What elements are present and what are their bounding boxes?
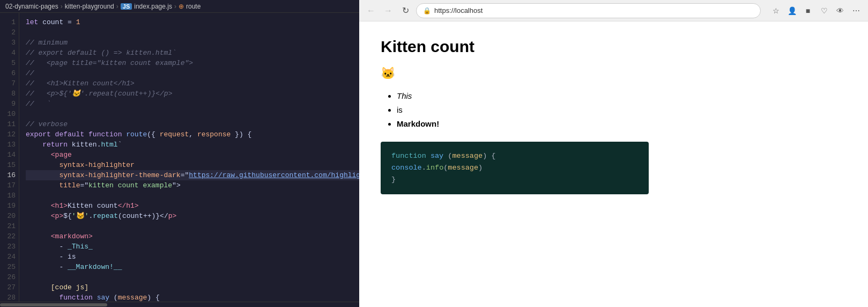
code-block-line-2: console.info(message) bbox=[391, 162, 638, 174]
ln-2: 2 bbox=[5, 27, 16, 38]
code-line-10 bbox=[26, 109, 359, 119]
code-line-24: - is bbox=[26, 252, 359, 262]
browser-toolbar: ← → ↻ 🔒 https://localhost ☆ 👤 ■ ♡ 👁 ⋯ bbox=[359, 0, 868, 21]
ln-4: 4 bbox=[5, 48, 16, 58]
ln-25: 25 bbox=[5, 262, 16, 272]
list-item-2: is bbox=[397, 103, 847, 117]
back-button[interactable]: ← bbox=[365, 4, 377, 17]
browser-content: Kitten count 🐱 This is Markdown! functio… bbox=[359, 21, 868, 307]
code-line-25: - __Markdown!__ bbox=[26, 262, 359, 272]
ln-28: 28 bbox=[5, 293, 16, 302]
code-line-19: <h1>Kitten count</h1> bbox=[26, 201, 359, 211]
breadcrumb-file: index.page.js bbox=[134, 3, 172, 10]
cat-emoji: 🐱 bbox=[381, 67, 847, 81]
code-line-22: <markdown> bbox=[26, 231, 359, 242]
code-line-6: // bbox=[26, 68, 359, 78]
ln-14: 14 bbox=[5, 150, 16, 160]
profile-button[interactable]: 👤 bbox=[785, 4, 798, 17]
ln-3: 3 bbox=[5, 38, 16, 48]
breadcrumb-route-icon: ⊕ bbox=[179, 3, 184, 10]
code-line-11: // verbose bbox=[26, 119, 359, 129]
code-content[interactable]: let count = 1 // minimum // export defau… bbox=[19, 13, 359, 302]
ln-7: 7 bbox=[5, 78, 16, 89]
code-line-3: // minimum bbox=[26, 38, 359, 48]
list-item-1: This bbox=[397, 89, 847, 103]
code-line-14: <page bbox=[26, 150, 359, 160]
ln-21: 21 bbox=[5, 221, 16, 231]
code-line-15: syntax-highlighter bbox=[26, 160, 359, 170]
code-line-12: export default function route({ request,… bbox=[26, 129, 359, 140]
collections-button[interactable]: 👁 bbox=[834, 4, 847, 17]
reload-button[interactable]: ↻ bbox=[399, 4, 412, 17]
code-line-13: return kitten.html` bbox=[26, 140, 359, 150]
ln-20: 20 bbox=[5, 211, 16, 221]
ln-11: 11 bbox=[5, 119, 16, 129]
ln-10: 10 bbox=[5, 109, 16, 119]
list-item-3-text: Markdown! bbox=[397, 119, 439, 128]
breadcrumb: 02-dynamic-pages › kitten-playground › J… bbox=[0, 0, 359, 13]
breadcrumb-folder: 02-dynamic-pages bbox=[5, 3, 58, 10]
ln-16: 16 bbox=[5, 170, 16, 180]
ln-1: 1 bbox=[5, 17, 16, 27]
ln-23: 23 bbox=[5, 242, 16, 252]
ln-6: 6 bbox=[5, 68, 16, 78]
url-text: https://localhost bbox=[434, 6, 483, 14]
breadcrumb-sep1: › bbox=[61, 3, 63, 10]
markdown-list: This is Markdown! bbox=[397, 89, 847, 131]
breadcrumb-js-label: JS bbox=[121, 3, 132, 10]
ln-15: 15 bbox=[5, 160, 16, 170]
code-line-18 bbox=[26, 191, 359, 201]
extensions-button[interactable]: ■ bbox=[802, 4, 814, 17]
ln-27: 27 bbox=[5, 282, 16, 293]
address-bar[interactable]: 🔒 https://localhost bbox=[416, 3, 761, 18]
code-line-8: // <p>${'🐱'.repeat(count++)}</p> bbox=[26, 89, 359, 99]
code-line-7: // <h1>Kitten count</h1> bbox=[26, 78, 359, 89]
favorites-button[interactable]: ♡ bbox=[818, 4, 830, 17]
code-line-16: syntax-highlighter-theme-dark="https://r… bbox=[26, 170, 359, 180]
code-line-27: [code js] bbox=[26, 282, 359, 293]
code-area: 1 2 3 4 5 6 7 8 9 10 11 12 13 14 15 16 1… bbox=[0, 13, 359, 302]
list-item-1-text: This bbox=[397, 91, 412, 100]
lock-icon: 🔒 bbox=[423, 7, 431, 14]
code-line-5: // <page title="kitten count example"> bbox=[26, 58, 359, 68]
breadcrumb-route: route bbox=[186, 3, 201, 10]
code-line-17: title="kitten count example"> bbox=[26, 180, 359, 191]
ln-17: 17 bbox=[5, 180, 16, 191]
ln-24: 24 bbox=[5, 252, 16, 262]
ln-5: 5 bbox=[5, 58, 16, 68]
code-line-9: // ` bbox=[26, 99, 359, 109]
code-line-20: <p>${'🐱'.repeat(count++)}</p> bbox=[26, 211, 359, 221]
ln-12: 12 bbox=[5, 129, 16, 140]
code-block-line-1: function say (message) { bbox=[391, 150, 638, 162]
ln-8: 8 bbox=[5, 89, 16, 99]
ln-9: 9 bbox=[5, 99, 16, 109]
editor-scrollbar[interactable] bbox=[0, 302, 359, 307]
list-item-3: Markdown! bbox=[397, 117, 847, 131]
ln-22: 22 bbox=[5, 231, 16, 242]
breadcrumb-sep2: › bbox=[116, 3, 118, 10]
bookmark-button[interactable]: ☆ bbox=[769, 4, 782, 17]
list-item-2-text: is bbox=[397, 105, 403, 114]
code-line-21 bbox=[26, 221, 359, 231]
code-block-line-3: } bbox=[391, 174, 638, 186]
ln-18: 18 bbox=[5, 191, 16, 201]
line-numbers: 1 2 3 4 5 6 7 8 9 10 11 12 13 14 15 16 1… bbox=[0, 13, 19, 302]
code-line-1: let count = 1 bbox=[26, 17, 359, 27]
forward-button[interactable]: → bbox=[382, 4, 395, 17]
code-line-26 bbox=[26, 272, 359, 282]
editor-panel: 02-dynamic-pages › kitten-playground › J… bbox=[0, 0, 359, 307]
editor-scrollbar-thumb[interactable] bbox=[0, 303, 107, 306]
code-line-28: function say (message) { bbox=[26, 293, 359, 302]
browser-actions: ☆ 👤 ■ ♡ 👁 ⋯ bbox=[769, 4, 863, 17]
settings-button[interactable]: ⋯ bbox=[850, 4, 863, 17]
breadcrumb-sep3: › bbox=[174, 3, 176, 10]
code-line-4: // export default () => kitten.html` bbox=[26, 48, 359, 58]
breadcrumb-subfolder: kitten-playground bbox=[65, 3, 114, 10]
code-block: function say (message) { console.info(me… bbox=[381, 142, 649, 194]
ln-19: 19 bbox=[5, 201, 16, 211]
ln-13: 13 bbox=[5, 140, 16, 150]
ln-26: 26 bbox=[5, 272, 16, 282]
code-line-2 bbox=[26, 27, 359, 38]
page-title: Kitten count bbox=[381, 38, 847, 56]
browser-panel: ← → ↻ 🔒 https://localhost ☆ 👤 ■ ♡ 👁 ⋯ Ki… bbox=[359, 0, 868, 307]
